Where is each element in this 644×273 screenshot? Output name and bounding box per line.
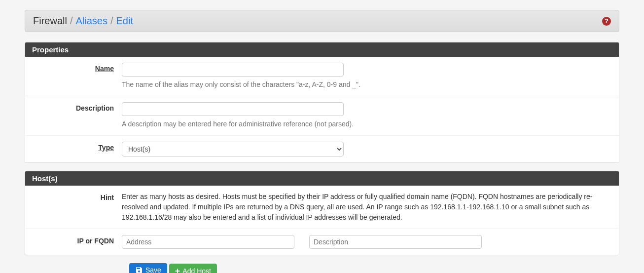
breadcrumb-aliases-link[interactable]: Aliases [75,15,107,27]
type-row: Type Host(s) [25,135,619,162]
breadcrumb-sep: / [110,15,113,27]
address-input[interactable] [122,235,294,249]
breadcrumb-edit-link[interactable]: Edit [116,15,133,27]
breadcrumb-root: Firewall [33,15,67,27]
description-help-text: A description may be entered here for ad… [122,119,611,129]
name-row: Name The name of the alias may only cons… [25,57,619,96]
name-help-text: The name of the alias may only consist o… [122,79,611,90]
type-select[interactable]: Host(s) [122,142,344,156]
hint-label: Hint [33,192,122,201]
name-input[interactable] [122,63,344,77]
hosts-panel: Host(s) Hint Enter as many hosts as desi… [25,171,619,255]
breadcrumb-path: Firewall / Aliases / Edit [33,15,133,27]
plus-icon: + [175,267,180,273]
hint-row: Hint Enter as many hosts as desired. Hos… [25,186,619,229]
ip-fqdn-label: IP or FQDN [33,235,122,245]
properties-panel-header: Properties [25,42,619,57]
button-row: Save + Add Host [25,263,619,273]
add-host-button[interactable]: + Add Host [169,264,217,273]
breadcrumb-sep: / [70,15,73,27]
save-icon [135,266,143,273]
add-host-button-label: Add Host [182,267,211,273]
name-label: Name [33,63,122,73]
description-input[interactable] [122,102,344,116]
save-button[interactable]: Save [129,263,167,273]
hosts-panel-header: Host(s) [25,171,619,186]
description-label: Description [33,102,122,112]
ip-fqdn-row: IP or FQDN [25,229,619,255]
save-button-label: Save [145,266,161,273]
host-description-input[interactable] [309,235,482,249]
properties-panel: Properties Name The name of the alias ma… [25,42,619,163]
help-icon[interactable]: ? [602,17,611,26]
breadcrumb: Firewall / Aliases / Edit ? [25,10,619,32]
hint-text: Enter as many hosts as desired. Hosts mu… [122,192,611,223]
type-label: Type [33,142,122,152]
description-row: Description A description may be entered… [25,96,619,135]
